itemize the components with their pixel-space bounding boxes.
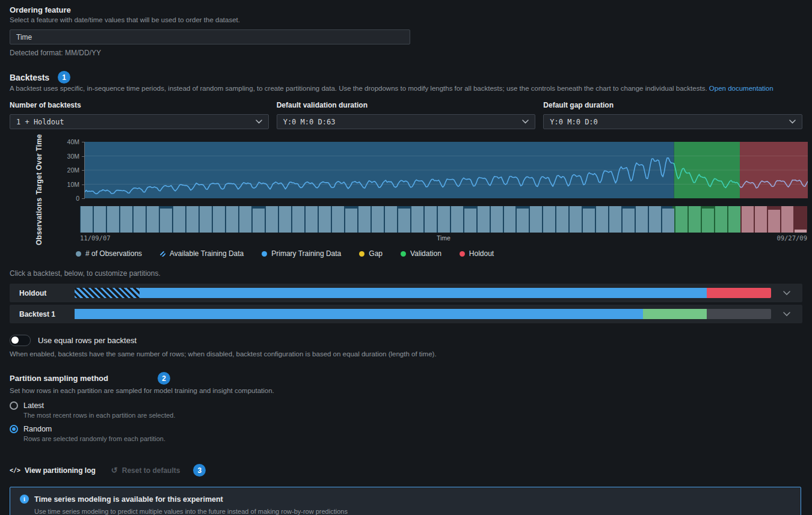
number-of-backtests-select[interactable]: 1 + Holdout xyxy=(10,114,269,129)
sampling-option-latest[interactable]: Latest xyxy=(10,401,802,410)
equal-rows-toggle[interactable] xyxy=(10,335,31,346)
chevron-down-icon xyxy=(256,120,262,124)
observation-bar xyxy=(662,209,674,233)
observation-bar xyxy=(425,206,437,233)
view-partitioning-log-button[interactable]: </> View partitioning log xyxy=(10,466,96,475)
default-validation-duration-select[interactable]: Y:0 M:0 D:63 xyxy=(277,114,536,129)
default-gap-duration-label: Default gap duration xyxy=(543,101,802,109)
ordering-feature-description: Select a feature with date/time values t… xyxy=(10,16,802,23)
observation-bar xyxy=(279,206,291,233)
time-series-info-box: i Time series modeling is available for … xyxy=(10,487,801,515)
info-description: Use time series modeling to predict mult… xyxy=(34,508,801,515)
step-badge-1: 1 xyxy=(58,71,70,84)
observation-bar xyxy=(358,206,371,233)
striped-dot-icon xyxy=(160,251,165,257)
observation-bar xyxy=(596,206,608,233)
reset-to-defaults-button[interactable]: ↺ Reset to defaults xyxy=(111,466,180,475)
legend-item[interactable]: Validation xyxy=(401,249,441,258)
observation-bar xyxy=(372,206,384,233)
legend-label: Validation xyxy=(410,249,441,258)
radio-selected-icon[interactable] xyxy=(10,425,18,433)
y-tick-40m: 40M xyxy=(67,138,79,145)
backtests-description: A backtest uses specific, in-sequence ti… xyxy=(10,85,802,92)
observation-bar xyxy=(411,206,423,233)
observation-bar xyxy=(398,209,410,233)
ordering-feature-input[interactable]: Time xyxy=(10,29,410,44)
observation-bar xyxy=(253,209,265,233)
x-end-label: 09/27/09 xyxy=(777,234,807,242)
sampling-option-random[interactable]: Random xyxy=(10,425,802,433)
legend-label: Holdout xyxy=(469,249,494,258)
observation-bar xyxy=(134,206,146,233)
legend-item[interactable]: Primary Training Data xyxy=(262,249,341,258)
observation-bars-row xyxy=(80,206,807,233)
observation-bar xyxy=(675,206,687,233)
observation-bar xyxy=(742,206,754,233)
chevron-down-icon[interactable] xyxy=(771,291,802,296)
legend-item[interactable]: Gap xyxy=(359,249,383,258)
observation-bar xyxy=(438,206,450,233)
observation-bar xyxy=(292,206,304,233)
equal-rows-toggle-row: Use equal rows per backtest xyxy=(10,335,802,346)
legend-label: # of Observations xyxy=(85,249,142,258)
default-validation-duration-label: Default validation duration xyxy=(277,101,536,109)
observation-bar xyxy=(768,210,780,233)
holdout-row[interactable]: Holdout xyxy=(10,284,802,302)
observation-bar xyxy=(451,206,463,233)
observation-bar xyxy=(160,209,172,233)
backtest-chart: Target Over Time Observations 40M 30M 20… xyxy=(10,142,802,258)
observation-bar xyxy=(200,206,212,233)
backtest-1-row-label: Backtest 1 xyxy=(10,310,75,318)
observations-bars xyxy=(80,206,807,233)
default-gap-duration-select[interactable]: Y:0 M:0 D:0 xyxy=(543,114,802,129)
chevron-down-icon xyxy=(789,120,796,124)
legend-dot-icon xyxy=(460,251,465,257)
legend-item[interactable]: # of Observations xyxy=(76,249,142,258)
target-over-time-plot: 40M 30M 20M 10M 0 xyxy=(84,142,808,198)
holdout-segment xyxy=(75,288,140,298)
legend-label: Gap xyxy=(369,249,383,258)
backtest-1-row[interactable]: Backtest 1 xyxy=(10,305,802,323)
chevron-down-icon xyxy=(522,120,529,124)
observation-bar xyxy=(107,206,119,233)
observation-bar xyxy=(570,206,582,233)
legend-item[interactable]: Available Training Data xyxy=(160,249,244,258)
actions-row: </> View partitioning log ↺ Reset to def… xyxy=(10,464,802,477)
observation-bar xyxy=(609,206,621,233)
legend-item[interactable]: Holdout xyxy=(460,249,494,258)
legend-label: Primary Training Data xyxy=(271,249,341,258)
holdout-row-label: Holdout xyxy=(10,289,75,297)
y-tick-0: 0 xyxy=(76,195,79,202)
backtest-1-segment xyxy=(75,309,643,319)
legend-dot-icon xyxy=(76,251,81,257)
observation-bar xyxy=(583,209,595,233)
radio-unselected-icon[interactable] xyxy=(10,401,18,410)
observation-bar xyxy=(186,206,198,233)
number-of-backtests-label: Number of backtests xyxy=(10,101,269,109)
observation-bar xyxy=(173,206,185,233)
observation-bar xyxy=(504,206,516,233)
target-line-chart xyxy=(85,142,808,198)
observation-bar xyxy=(213,206,225,233)
info-icon: i xyxy=(20,495,29,504)
code-icon: </> xyxy=(10,467,20,474)
observations-axis-label: Observations xyxy=(35,198,43,245)
legend-dot-icon xyxy=(359,251,364,257)
chevron-down-icon[interactable] xyxy=(771,312,802,317)
observation-bar xyxy=(491,206,503,233)
observation-bar xyxy=(649,206,661,233)
backtest-1-segment xyxy=(643,309,707,319)
legend-dot-icon xyxy=(401,251,406,257)
sampling-random-description: Rows are selected randomly from each par… xyxy=(23,435,802,442)
y-tick-30m: 30M xyxy=(67,153,79,160)
partitioning-settings-page: Ordering feature Select a feature with d… xyxy=(0,0,812,515)
observation-bar xyxy=(319,206,331,233)
observation-bar xyxy=(623,209,635,233)
open-documentation-link[interactable]: Open documentation xyxy=(709,85,774,92)
sampling-title: Partition sampling method xyxy=(10,374,108,383)
holdout-segment xyxy=(140,288,707,298)
observation-bar xyxy=(345,209,357,233)
sampling-description: Set how rows in each partition are sampl… xyxy=(10,387,802,394)
detected-format: Detected format: MM/DD/YY xyxy=(10,49,802,57)
backtests-title: Backtests xyxy=(10,73,49,82)
